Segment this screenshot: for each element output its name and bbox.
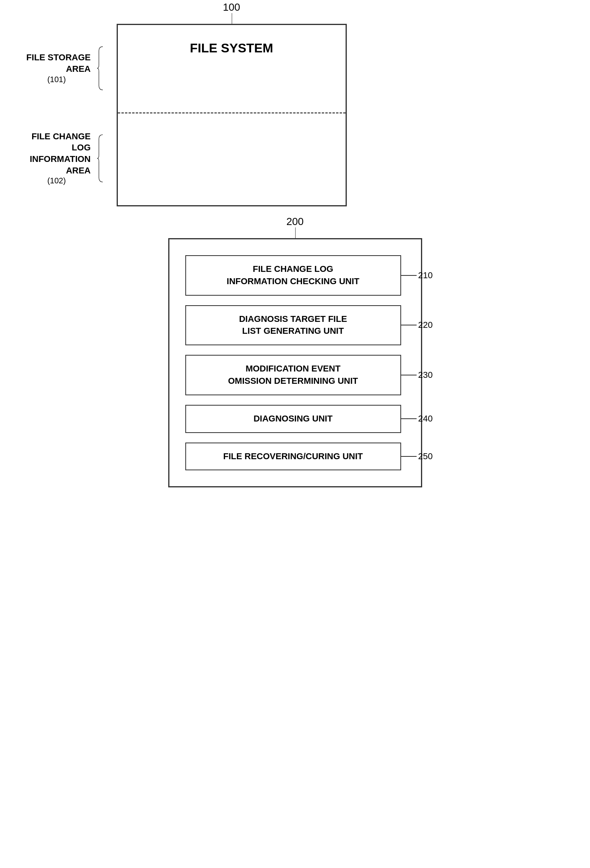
- top-section: 100 FILE SYSTEM FILE STORAGE AREA (101): [117, 24, 474, 206]
- unit-210-box: FILE CHANGE LOGINFORMATION CHECKING UNIT: [185, 255, 401, 296]
- diagram-container: 100 FILE SYSTEM FILE STORAGE AREA (101): [117, 24, 474, 487]
- changelog-area-num: (102): [23, 176, 91, 185]
- label-bottom-changelog: FILE CHANGE LOGINFORMATION AREA (102): [23, 111, 110, 205]
- unit-230-ref-line: [401, 375, 417, 375]
- labels-container: FILE STORAGE AREA (101) FILE CHANGE LOGI…: [23, 25, 110, 205]
- unit-row-210: FILE CHANGE LOGINFORMATION CHECKING UNIT…: [185, 255, 401, 296]
- unit-row-250: FILE RECOVERING/CURING UNIT 250: [185, 443, 401, 471]
- brace-storage-icon: [94, 44, 106, 92]
- label-top-storage: FILE STORAGE AREA (101): [23, 25, 110, 111]
- unit-250-label: FILE RECOVERING/CURING UNIT: [223, 451, 363, 461]
- filesystem-title: FILE SYSTEM: [118, 25, 346, 64]
- ref-200: 200: [286, 216, 304, 228]
- unit-210-ref-line: [401, 275, 417, 276]
- unit-250-ref-num: 250: [418, 451, 433, 462]
- dashed-divider: [118, 112, 346, 114]
- unit-row-220: DIAGNOSIS TARGET FILELIST GENERATING UNI…: [185, 305, 401, 346]
- unit-250-ref-line: [401, 456, 417, 457]
- filesystem-box: 100 FILE SYSTEM FILE STORAGE AREA (101): [117, 24, 347, 206]
- unit-220-label: DIAGNOSIS TARGET FILELIST GENERATING UNI…: [239, 314, 347, 336]
- changelog-label-content: FILE CHANGE LOGINFORMATION AREA (102): [23, 131, 106, 185]
- unit-230-ref: 230: [401, 370, 433, 380]
- unit-240-ref-line: [401, 418, 417, 419]
- unit-220-ref-num: 220: [418, 320, 433, 330]
- storage-area-num: (101): [23, 75, 91, 84]
- unit-200-box: 200 FILE CHANGE LOGINFORMATION CHECKING …: [168, 238, 422, 487]
- unit-220-box: DIAGNOSIS TARGET FILELIST GENERATING UNI…: [185, 305, 401, 346]
- unit-230-box: MODIFICATION EVENTOMISSION DETERMINING U…: [185, 355, 401, 395]
- unit-250-ref: 250: [401, 451, 433, 462]
- ref-100-line: [232, 13, 232, 25]
- changelog-area-label: FILE CHANGE LOGINFORMATION AREA: [23, 131, 91, 176]
- storage-text-block: FILE STORAGE AREA (101): [23, 52, 91, 84]
- unit-210-label: FILE CHANGE LOGINFORMATION CHECKING UNIT: [227, 264, 359, 286]
- unit-240-ref-num: 240: [418, 414, 433, 424]
- unit-210-ref-num: 210: [418, 270, 433, 281]
- storage-label-content: FILE STORAGE AREA (101): [23, 44, 106, 92]
- unit-230-label: MODIFICATION EVENTOMISSION DETERMINING U…: [228, 364, 358, 386]
- storage-area-label: FILE STORAGE AREA: [23, 52, 91, 75]
- unit-row-230: MODIFICATION EVENTOMISSION DETERMINING U…: [185, 355, 401, 395]
- bottom-section: 200 FILE CHANGE LOGINFORMATION CHECKING …: [117, 238, 474, 487]
- unit-240-label: DIAGNOSING UNIT: [254, 414, 332, 423]
- changelog-text-block: FILE CHANGE LOGINFORMATION AREA (102): [23, 131, 91, 185]
- brace-changelog-icon: [94, 133, 106, 184]
- unit-row-240: DIAGNOSING UNIT 240: [185, 405, 401, 433]
- ref-200-line: [295, 227, 296, 239]
- ref-100: 100: [223, 1, 240, 13]
- unit-220-ref-line: [401, 325, 417, 325]
- unit-240-ref: 240: [401, 414, 433, 424]
- unit-250-box: FILE RECOVERING/CURING UNIT: [185, 443, 401, 471]
- unit-210-ref: 210: [401, 270, 433, 281]
- unit-220-ref: 220: [401, 320, 433, 330]
- unit-240-box: DIAGNOSING UNIT: [185, 405, 401, 433]
- unit-230-ref-num: 230: [418, 370, 433, 380]
